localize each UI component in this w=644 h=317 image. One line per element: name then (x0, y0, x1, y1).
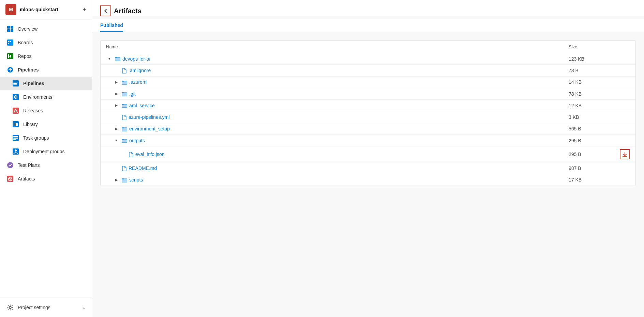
download-button[interactable] (620, 149, 630, 159)
add-project-button[interactable]: + (83, 6, 86, 13)
artifacts-icon (7, 175, 14, 182)
file-icon (122, 67, 126, 73)
sidebar-item-releases[interactable]: Releases (0, 104, 92, 117)
item-name[interactable]: devops-for-ai (122, 56, 150, 62)
item-name[interactable]: aml_service (129, 103, 155, 108)
row-name: ▶ .azureml (113, 79, 569, 85)
folder-icon (115, 56, 120, 62)
project-name: mlops-quickstart (20, 7, 79, 12)
svg-point-29 (7, 162, 13, 168)
avatar: M (5, 4, 16, 15)
chevron-down-button[interactable]: ▾ (113, 138, 120, 143)
svg-rect-20 (14, 123, 14, 126)
sidebar-item-pipelines-section[interactable]: Pipelines (0, 63, 92, 77)
sidebar-item-project-settings-label: Project settings (18, 305, 50, 310)
row-name: ▾ outputs (113, 138, 569, 143)
artifact-table: Name Size ▾ devops-for-ai (100, 41, 636, 186)
row-size: 14 KB (569, 79, 610, 85)
row-size: 295 B (569, 138, 610, 143)
col-size-header: Size (569, 44, 610, 49)
svg-rect-25 (13, 138, 18, 139)
svg-rect-11 (13, 82, 18, 82)
library-icon (12, 121, 19, 128)
sidebar-item-task-groups[interactable]: Task groups (0, 131, 92, 145)
svg-point-16 (15, 97, 16, 98)
page-header: Artifacts (92, 0, 644, 16)
sidebar-item-deployment-groups[interactable]: Deployment groups (0, 145, 92, 158)
svg-rect-21 (15, 123, 15, 126)
chevron-right-button[interactable]: ▶ (113, 102, 120, 108)
repos-icon (7, 53, 14, 60)
testplans-icon (7, 162, 14, 169)
pipelines-header-icon (7, 66, 14, 73)
chevron-right-button[interactable]: ▶ (113, 177, 120, 183)
svg-rect-6 (10, 41, 11, 42)
svg-rect-1 (11, 26, 13, 29)
row-name: ▶ .git (113, 91, 569, 97)
svg-rect-2 (7, 29, 10, 32)
table-row: .amlignore 73 B (101, 65, 635, 76)
table-row: ▶ environment_setup 565 B (101, 123, 635, 135)
boards-icon (7, 39, 14, 46)
row-name: ▾ devops-for-ai (106, 56, 569, 62)
row-action (610, 149, 630, 159)
file-icon (122, 165, 126, 171)
collapse-button[interactable]: « (83, 305, 85, 310)
item-name[interactable]: scripts (129, 177, 143, 183)
item-name[interactable]: outputs (129, 138, 145, 143)
tab-published[interactable]: Published (100, 19, 123, 32)
sidebar-item-pipelines[interactable]: Pipelines (0, 77, 92, 90)
table-row: ▶ aml_service 12 KB (101, 100, 635, 111)
sidebar-item-test-plans[interactable]: Test Plans (0, 158, 92, 172)
row-size: 123 KB (569, 56, 610, 62)
sidebar-item-boards[interactable]: Boards (0, 36, 92, 49)
row-size: 17 KB (569, 177, 610, 183)
item-name[interactable]: README.md (129, 165, 157, 171)
sidebar-item-environments[interactable]: Environments (0, 90, 92, 104)
sidebar-item-overview[interactable]: Overview (0, 22, 92, 36)
item-name[interactable]: azure-pipelines.yml (129, 114, 170, 120)
table-header: Name Size (101, 41, 635, 53)
table-row: ▶ .azureml 14 KB (101, 77, 635, 88)
sidebar-item-artifacts[interactable]: Artifacts (0, 172, 92, 186)
item-name[interactable]: .amlignore (129, 68, 151, 73)
svg-rect-3 (11, 29, 13, 32)
item-name[interactable]: environment_setup (129, 126, 170, 131)
table-row: ▾ outputs 295 B (101, 135, 635, 146)
item-name[interactable]: eval_info.json (135, 152, 165, 157)
row-size: 73 B (569, 68, 610, 73)
row-size: 12 KB (569, 103, 610, 108)
row-name: ▶ environment_setup (113, 126, 569, 132)
item-name[interactable]: .git (129, 91, 136, 97)
folder-icon (122, 79, 127, 85)
sidebar-bottom: Project settings « (0, 298, 92, 317)
item-name[interactable]: .azureml (129, 79, 148, 85)
chevron-right-button[interactable]: ▶ (113, 79, 120, 85)
folder-icon (122, 91, 127, 97)
sidebar-item-repos[interactable]: Repos (0, 49, 92, 63)
sidebar-item-boards-label: Boards (18, 40, 33, 45)
chevron-right-button[interactable]: ▶ (113, 126, 120, 132)
chevron-right-button[interactable]: ▶ (113, 91, 120, 97)
sidebar-item-project-settings[interactable]: Project settings « (0, 301, 92, 314)
svg-point-28 (15, 149, 17, 152)
row-size: 565 B (569, 126, 610, 131)
table-row: azure-pipelines.yml 3 KB (101, 111, 635, 123)
tabs: Published (92, 19, 644, 32)
sidebar-item-releases-label: Releases (23, 108, 43, 113)
settings-icon (7, 304, 14, 311)
svg-rect-7 (8, 43, 9, 44)
sidebar-item-repos-label: Repos (18, 53, 31, 59)
back-button[interactable] (100, 5, 111, 16)
svg-rect-12 (13, 83, 17, 84)
svg-rect-4 (7, 39, 13, 46)
sidebar-item-deployment-groups-label: Deployment groups (23, 149, 64, 154)
file-icon (129, 152, 133, 157)
table-row: ▶ .git 78 KB (101, 88, 635, 100)
chevron-down-button[interactable]: ▾ (106, 56, 113, 62)
row-name: azure-pipelines.yml (113, 114, 569, 120)
overview-icon (7, 26, 14, 32)
row-size: 78 KB (569, 91, 610, 97)
table-row: README.md 987 B (101, 162, 635, 174)
sidebar-item-library[interactable]: Library (0, 117, 92, 131)
